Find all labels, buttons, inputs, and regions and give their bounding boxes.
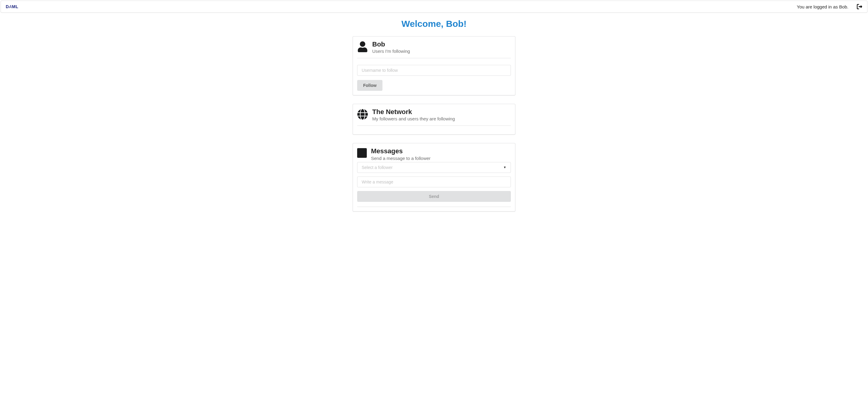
- logo-text: DAML: [6, 4, 19, 9]
- globe-icon: [357, 109, 368, 121]
- messages-header: Messages Send a message to a follower: [357, 147, 511, 161]
- follower-select-placeholder: Select a follower: [362, 165, 393, 170]
- network-subtitle: My followers and users they are followin…: [372, 116, 455, 121]
- messages-title: Messages: [371, 147, 431, 155]
- topbar-right: You are logged in as Bob.: [797, 4, 862, 9]
- logout-icon[interactable]: [857, 4, 862, 9]
- send-button[interactable]: Send: [357, 191, 511, 202]
- divider: [357, 125, 511, 126]
- divider: [357, 58, 511, 58]
- messages-card: Messages Send a message to a follower Se…: [352, 143, 516, 211]
- app-logo: DAML: [6, 4, 19, 9]
- follow-button[interactable]: Follow: [357, 80, 382, 91]
- pencil-square-icon: [357, 148, 367, 158]
- network-title: The Network: [372, 108, 455, 116]
- divider: [357, 207, 511, 207]
- page-content: Welcome, Bob! Bob Users I'm following Fo…: [283, 13, 585, 212]
- network-card: The Network My followers and users they …: [352, 104, 516, 135]
- profile-subtitle: Users I'm following: [372, 49, 410, 54]
- network-header: The Network My followers and users they …: [357, 108, 511, 121]
- chevron-down-icon: ▼: [503, 166, 506, 169]
- profile-name: Bob: [372, 41, 410, 48]
- message-input[interactable]: [357, 176, 511, 187]
- user-icon: [357, 41, 368, 53]
- follower-select[interactable]: Select a follower ▼: [357, 162, 511, 173]
- top-bar: DAML You are logged in as Bob.: [1, 1, 867, 13]
- profile-header: Bob Users I'm following: [357, 41, 511, 54]
- login-status: You are logged in as Bob.: [797, 4, 848, 9]
- follow-username-input[interactable]: [357, 65, 511, 76]
- welcome-heading: Welcome, Bob!: [283, 19, 585, 29]
- messages-subtitle: Send a message to a follower: [371, 156, 431, 161]
- profile-card: Bob Users I'm following Follow: [352, 36, 516, 95]
